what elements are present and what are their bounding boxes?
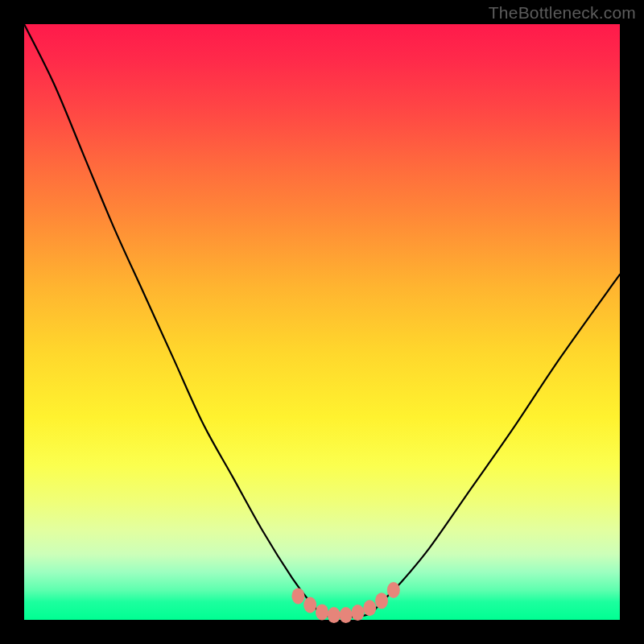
watermark-text: TheBottleneck.com — [489, 3, 636, 23]
chart-frame: TheBottleneck.com — [0, 0, 644, 644]
marker-dot — [303, 597, 316, 613]
marker-dot — [328, 607, 341, 623]
curve-layer — [24, 24, 620, 620]
marker-dot — [340, 607, 353, 623]
bottom-markers — [291, 582, 399, 623]
marker-dot — [291, 588, 304, 604]
marker-dot — [316, 604, 328, 620]
plot-area — [24, 24, 620, 620]
marker-dot — [351, 605, 364, 621]
marker-dot — [375, 592, 388, 609]
bottleneck-curve-line — [24, 24, 620, 617]
marker-dot — [387, 582, 400, 598]
marker-dot — [363, 600, 376, 616]
